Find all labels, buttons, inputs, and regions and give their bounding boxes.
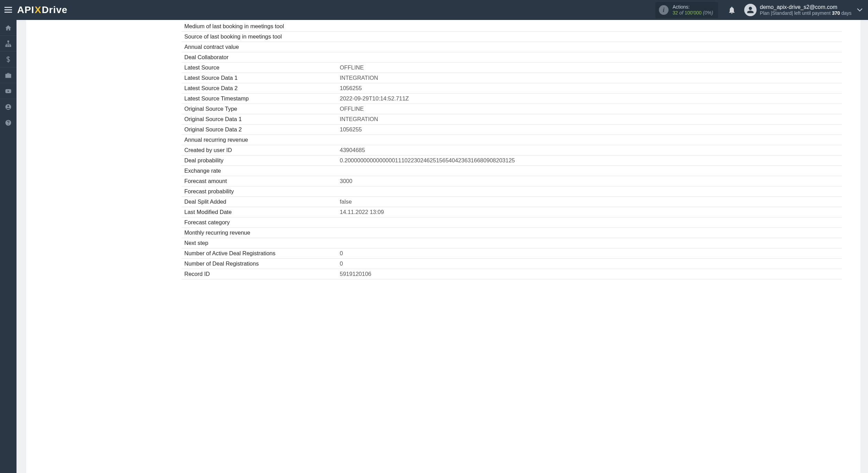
field-row: Record ID5919120106: [182, 269, 842, 279]
field-row: Annual contract value: [182, 42, 842, 52]
svg-rect-0: [4, 7, 12, 8]
sidenav: [0, 20, 17, 473]
field-label: Deal probability: [182, 155, 336, 165]
field-label: Forecast probability: [182, 186, 336, 196]
field-value: [336, 228, 842, 238]
nav-help[interactable]: [0, 115, 17, 131]
field-row: Original Source Data 21056255: [182, 125, 842, 135]
field-value: [336, 52, 842, 62]
field-label: Deal Collaborator: [182, 52, 336, 62]
field-row: Forecast amount3000: [182, 176, 842, 186]
user-icon: [747, 6, 754, 14]
svg-rect-4: [6, 45, 7, 46]
user-menu-toggle[interactable]: [851, 0, 868, 20]
user-avatar[interactable]: [744, 4, 757, 16]
actions-counter[interactable]: i Actions: 32 of 100'000 (0%): [655, 2, 718, 18]
field-value: 14.11.2022 13:09: [336, 207, 842, 217]
actions-label: Actions:: [673, 4, 713, 10]
user-plan: Plan |Standard| left until payment 370 d…: [760, 10, 851, 16]
nav-billing[interactable]: [0, 52, 17, 67]
field-value: 3000: [336, 176, 842, 186]
actions-pct: (0%): [703, 10, 713, 15]
svg-rect-5: [8, 45, 9, 46]
svg-rect-2: [4, 12, 12, 13]
logo-x: X: [35, 4, 42, 15]
field-label: Latest Source Timestamp: [182, 94, 336, 104]
field-label: Deal Split Added: [182, 197, 336, 207]
field-row: Latest SourceOFFLINE: [182, 63, 842, 73]
field-value: INTEGRATION: [336, 73, 842, 83]
help-icon: [5, 119, 12, 126]
field-label: Original Source Type: [182, 104, 336, 114]
field-row: Latest Source Timestamp2022-09-29T10:14:…: [182, 94, 842, 104]
actions-count: 32: [673, 10, 678, 15]
field-row: Last Modified Date14.11.2022 13:09: [182, 207, 842, 217]
field-value: [336, 135, 842, 145]
svg-point-10: [8, 105, 9, 107]
svg-rect-6: [10, 45, 11, 46]
field-label: Original Source Data 2: [182, 125, 336, 135]
youtube-icon: [5, 88, 12, 95]
field-label: Source of last booking in meetings tool: [182, 32, 336, 42]
field-row: Original Source Data 1INTEGRATION: [182, 114, 842, 125]
nav-video[interactable]: [0, 83, 17, 99]
nav-work[interactable]: [0, 67, 17, 83]
field-value: 43904685: [336, 145, 842, 155]
field-label: Number of Deal Registrations: [182, 259, 336, 269]
field-table: Medium of last booking in meetings toolS…: [182, 21, 842, 279]
field-label: Last Modified Date: [182, 207, 336, 217]
menu-toggle[interactable]: [0, 0, 17, 20]
field-value: false: [336, 197, 842, 207]
field-value: 1056255: [336, 83, 842, 93]
user-info[interactable]: demo_apix-drive_s2@com.com Plan |Standar…: [760, 4, 851, 16]
svg-rect-3: [8, 41, 9, 42]
svg-rect-7: [6, 74, 11, 77]
field-value: 1056255: [336, 125, 842, 135]
actions-max: 100'000: [685, 10, 702, 15]
notifications-button[interactable]: [725, 6, 739, 14]
hamburger-icon: [4, 7, 12, 13]
dollar-icon: [5, 56, 12, 63]
field-label: Latest Source Data 2: [182, 83, 336, 93]
field-row: Latest Source Data 1INTEGRATION: [182, 73, 842, 83]
content-panel: Medium of last booking in meetings toolS…: [26, 20, 860, 473]
svg-point-12: [8, 124, 9, 125]
field-value: OFFLINE: [336, 63, 842, 73]
field-value: INTEGRATION: [336, 114, 842, 124]
field-row: Source of last booking in meetings tool: [182, 32, 842, 42]
svg-rect-1: [4, 9, 12, 10]
field-value: 0.20000000000000001110223024625156540423…: [336, 155, 842, 165]
user-email: demo_apix-drive_s2@com.com: [760, 4, 851, 10]
home-icon: [5, 24, 12, 31]
field-value: [336, 21, 842, 31]
nav-home[interactable]: [0, 20, 17, 36]
field-label: Original Source Data 1: [182, 114, 336, 124]
field-label: Monthly recurring revenue: [182, 228, 336, 238]
logo-text-post: Drive: [42, 4, 67, 15]
topbar: APIXDrive i Actions: 32 of 100'000 (0%) …: [0, 0, 868, 20]
field-value: [336, 238, 842, 248]
field-row: Latest Source Data 21056255: [182, 83, 842, 94]
actions-text: Actions: 32 of 100'000 (0%): [673, 4, 713, 16]
chevron-down-icon: [857, 8, 862, 12]
field-label: Next step: [182, 238, 336, 248]
field-label: Latest Source: [182, 63, 336, 73]
field-row: Deal Collaborator: [182, 52, 842, 63]
field-row: Forecast probability: [182, 186, 842, 197]
field-row: Forecast category: [182, 217, 842, 228]
field-label: Forecast category: [182, 217, 336, 227]
field-label: Number of Active Deal Registrations: [182, 248, 336, 258]
actions-of: of: [679, 10, 683, 15]
page: Medium of last booking in meetings toolS…: [17, 20, 868, 473]
nav-account[interactable]: [0, 99, 17, 115]
field-value: 0: [336, 248, 842, 258]
field-label: Medium of last booking in meetings tool: [182, 21, 336, 31]
field-row: Deal Split Addedfalse: [182, 197, 842, 207]
info-icon: i: [659, 5, 669, 15]
logo[interactable]: APIXDrive: [17, 4, 67, 15]
field-row: Exchange rate: [182, 166, 842, 176]
field-value: [336, 166, 842, 176]
field-label: Created by user ID: [182, 145, 336, 155]
user-circle-icon: [5, 104, 12, 110]
nav-connections[interactable]: [0, 36, 17, 52]
